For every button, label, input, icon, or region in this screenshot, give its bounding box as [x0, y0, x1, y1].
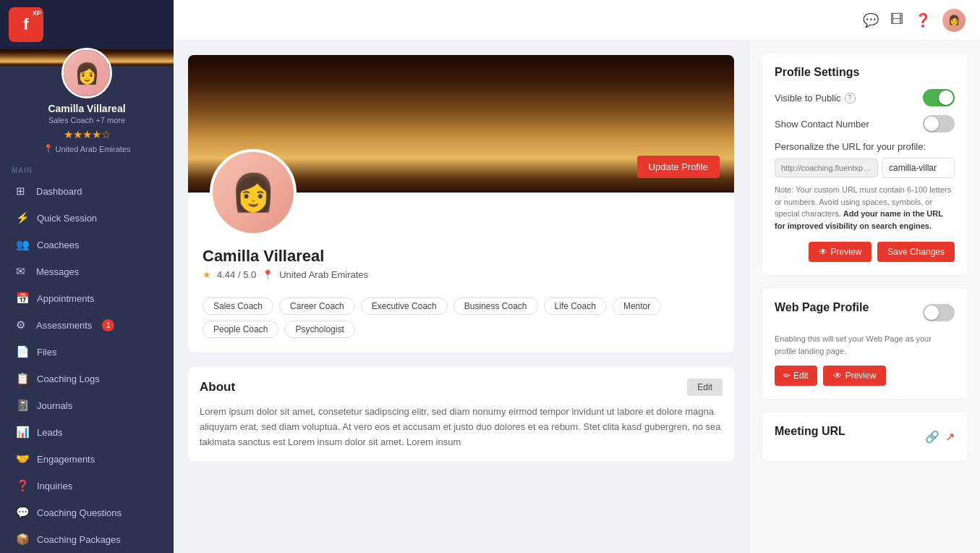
show-contact-row: Show Contact Number: [775, 115, 955, 132]
show-contact-toggle[interactable]: [923, 115, 955, 132]
journals-icon: 📓: [16, 399, 30, 412]
web-page-actions: ✏ Edit 👁 Preview: [775, 366, 955, 386]
tag-sales-coach: Sales Coach: [203, 297, 273, 315]
settings-actions: 👁 Preview Save Changes: [775, 242, 955, 262]
right-panel: Profile Settings Visible to Public ? Sho…: [749, 41, 980, 553]
engagements-icon: 🤝: [16, 452, 30, 465]
preview-button[interactable]: 👁 Preview: [809, 242, 872, 262]
meeting-url-card: Meeting URL 🔗 ↗: [761, 411, 968, 462]
quick-session-icon: ⚡: [16, 211, 30, 224]
meeting-url-title: Meeting URL: [775, 425, 845, 438]
web-page-profile-card: Web Page Profile Enabling this will set …: [761, 287, 968, 400]
sidebar-item-coaching-logs[interactable]: 📋 Coaching Logs: [4, 366, 169, 392]
appointments-icon: 📅: [16, 292, 30, 305]
settings-title: Profile Settings: [775, 66, 955, 79]
sidebar-item-files[interactable]: 📄 Files: [4, 339, 169, 365]
coaching-packages-icon: 📦: [16, 533, 30, 546]
location-icon: 📍: [43, 144, 54, 153]
web-page-title: Web Page Profile: [775, 301, 869, 314]
sidebar-item-assessments[interactable]: ⚙ Assessments 1: [4, 312, 169, 338]
url-note-bold: Add your name in the URL for improved vi…: [775, 209, 943, 230]
profile-settings-card: Profile Settings Visible to Public ? Sho…: [761, 52, 968, 276]
sidebar-item-label: Journals: [37, 400, 72, 411]
profile-location: United Arab Emirates: [279, 269, 368, 280]
web-page-header-row: Web Page Profile: [775, 301, 955, 324]
sidebar-item-dashboard[interactable]: ⊞ Dashboard: [4, 178, 169, 204]
about-section: About Edit Lorem ipsum dolor sit amet, c…: [188, 367, 734, 461]
sidebar-item-label: Coaching Questions: [37, 507, 122, 518]
url-row: http://coaching.fluentxp.com/c...: [775, 158, 955, 178]
sidebar-item-label: Leads: [37, 427, 62, 438]
location-pin-icon: 📍: [262, 269, 273, 280]
sidebar-item-label: Appointments: [37, 293, 95, 304]
sidebar-stars: ★★★★☆: [0, 128, 174, 141]
sidebar-section-label: MAIN: [0, 159, 174, 177]
sidebar-item-coachees[interactable]: 👥 Coachees: [4, 232, 169, 258]
web-page-preview-button[interactable]: 👁 Preview: [823, 366, 887, 386]
url-label: Personalize the URL for your profile:: [775, 141, 955, 152]
sidebar-item-label: Files: [37, 347, 56, 358]
content-wrapper: 💬 🎞 ❓ 👩 Update Profile 👩 Camilla Villa: [174, 0, 980, 553]
sidebar-item-messages[interactable]: ✉ Messages: [4, 258, 169, 284]
link-icon[interactable]: 🔗: [925, 430, 939, 444]
sidebar-item-journals[interactable]: 📓 Journals: [4, 392, 169, 418]
sidebar-item-label: Coaching Packages: [37, 534, 121, 545]
url-input[interactable]: [882, 158, 955, 178]
messages-icon: ✉: [16, 265, 29, 278]
tag-life-coach: Life Coach: [544, 297, 607, 315]
sidebar-nav: ⊞ Dashboard ⚡ Quick Session 👥 Coachees ✉…: [0, 177, 174, 553]
assessments-badge: 1: [102, 319, 114, 332]
top-bar: 💬 🎞 ❓ 👩: [174, 0, 980, 41]
profile-area: Update Profile 👩 Camilla Villareal ★ 4.4…: [174, 41, 749, 553]
info-icon[interactable]: ?: [845, 93, 856, 104]
sidebar-item-label: Messages: [36, 266, 79, 277]
sidebar-location: 📍 United Arab Emirates: [0, 144, 174, 153]
external-link-icon[interactable]: ↗: [945, 430, 955, 444]
profile-rating: 4.44 / 5.0: [217, 269, 256, 280]
visible-to-public-toggle[interactable]: [923, 89, 955, 106]
sidebar-item-label: Coaching Logs: [37, 373, 100, 384]
tag-people-coach: People Coach: [203, 321, 278, 338]
about-text: Lorem ipsum dolor sit amet, consetetur s…: [200, 405, 723, 449]
logo[interactable]: f XP: [9, 7, 43, 42]
sidebar-avatar: 👩: [61, 48, 112, 98]
tag-executive-coach: Executive Coach: [361, 297, 448, 315]
web-page-toggle[interactable]: [923, 304, 955, 321]
update-profile-button[interactable]: Update Profile: [637, 156, 720, 178]
help-icon[interactable]: ❓: [915, 12, 931, 28]
about-edit-button[interactable]: Edit: [687, 379, 723, 396]
save-changes-button[interactable]: Save Changes: [877, 242, 955, 262]
profile-avatar-wrap: 👩: [210, 149, 297, 236]
assessments-icon: ⚙: [16, 318, 29, 332]
sidebar-item-engagements[interactable]: 🤝 Engagements: [4, 446, 169, 472]
web-page-edit-button[interactable]: ✏ Edit: [775, 366, 817, 386]
url-prefix: http://coaching.fluentxp.com/c...: [775, 159, 878, 177]
sidebar: f XP 👩 Camilla Villareal Sales Coach +7 …: [0, 0, 174, 553]
sidebar-item-label: Engagements: [37, 454, 95, 465]
sidebar-profile: 👩 Camilla Villareal Sales Coach +7 more …: [0, 66, 174, 159]
tag-business-coach: Business Coach: [453, 297, 538, 315]
url-section: Personalize the URL for your profile: ht…: [775, 141, 955, 232]
chat-icon[interactable]: 💬: [863, 12, 879, 28]
pencil-icon: ✏: [783, 371, 791, 381]
sidebar-item-leads[interactable]: 📊 Leads: [4, 419, 169, 445]
sidebar-item-coaching-questions[interactable]: 💬 Coaching Questions: [4, 499, 169, 525]
toggle-knob-web: [924, 305, 939, 320]
meeting-url-icons: 🔗 ↗: [925, 430, 955, 444]
sidebar-item-appointments[interactable]: 📅 Appointments: [4, 285, 169, 311]
sidebar-item-quick-session[interactable]: ⚡ Quick Session: [4, 205, 169, 231]
profile-meta: ★ 4.44 / 5.0 📍 United Arab Emirates: [203, 269, 720, 280]
sidebar-item-inquiries[interactable]: ❓ Inquiries: [4, 473, 169, 499]
coaching-questions-icon: 💬: [16, 506, 30, 519]
sidebar-user-name: Camilla Villareal: [0, 103, 174, 114]
user-avatar[interactable]: 👩: [942, 9, 966, 32]
about-title: About: [200, 380, 235, 394]
profile-tags: Sales Coach Career Coach Executive Coach…: [188, 297, 734, 338]
sidebar-item-coaching-packages[interactable]: 📦 Coaching Packages: [4, 526, 169, 552]
visible-to-public-row: Visible to Public ?: [775, 89, 955, 106]
video-icon[interactable]: 🎞: [890, 12, 903, 28]
profile-name: Camilla Villareal: [203, 247, 720, 266]
sidebar-item-label: Coachees: [37, 240, 80, 250]
sidebar-item-label: Assessments: [36, 320, 92, 331]
profile-card: Update Profile 👩 Camilla Villareal ★ 4.4…: [188, 55, 734, 353]
